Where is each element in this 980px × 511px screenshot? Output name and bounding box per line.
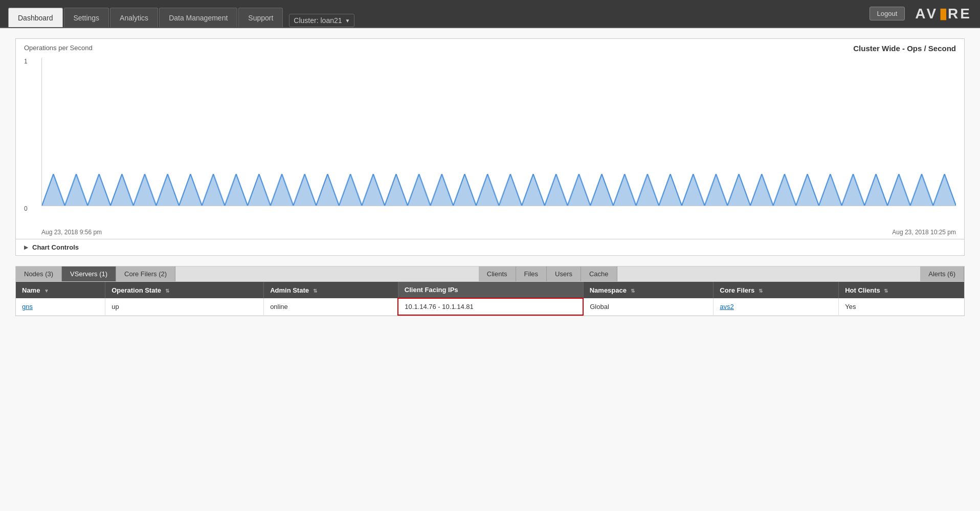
sort-icon-name[interactable]: ▼: [44, 288, 49, 294]
table-header-row: Name ▼ Operation State ⇅ Admin State ⇅ C…: [16, 282, 964, 298]
col-header-core-filers[interactable]: Core Filers ⇅: [714, 282, 839, 298]
tab-clients[interactable]: Clients: [479, 266, 516, 281]
sort-icon-hotclients[interactable]: ⇅: [884, 288, 888, 294]
tab-analytics[interactable]: Analytics: [110, 8, 158, 27]
cluster-selector[interactable]: Cluster: loan21 ▼: [289, 14, 354, 27]
tabs-section: Nodes (3) VServers (1) Core Filers (2) C…: [15, 266, 965, 316]
chart-title: Operations per Second: [24, 44, 93, 52]
tab-vservers[interactable]: VServers (1): [62, 266, 116, 281]
cell-admin-state: online: [264, 298, 398, 315]
sort-icon-corefilers[interactable]: ⇅: [759, 288, 763, 294]
logout-button[interactable]: Logout: [870, 7, 905, 20]
cell-namespace: Global: [583, 298, 714, 315]
y-axis-min: 0: [24, 205, 28, 212]
namespace-value: Global: [590, 303, 609, 310]
chart-controls-label: Chart Controls: [32, 243, 79, 251]
cell-name: gns: [16, 298, 105, 315]
chart-header: Operations per Second Cluster Wide - Ops…: [16, 39, 964, 53]
chart-svg: [42, 58, 956, 206]
col-header-admin-state[interactable]: Admin State ⇅: [264, 282, 398, 298]
chart-time-end: Aug 23, 2018 10:25 pm: [892, 229, 956, 236]
tab-data-management[interactable]: Data Management: [159, 8, 237, 27]
header-right: Logout AV ▮ RE: [870, 5, 972, 22]
chart-area: 1 0: [16, 53, 964, 227]
chevron-down-icon: ▼: [345, 18, 350, 24]
core-filers-link[interactable]: avs2: [720, 303, 733, 310]
tab-dashboard[interactable]: Dashboard: [8, 8, 63, 27]
tab-files[interactable]: Files: [516, 266, 547, 281]
chart-controls-toggle[interactable]: ▶ Chart Controls: [16, 239, 964, 255]
logo: AV ▮ RE: [915, 5, 972, 22]
cell-hot-clients: Yes: [839, 298, 964, 315]
col-header-hot-clients[interactable]: Hot Clients ⇅: [839, 282, 964, 298]
tab-nodes[interactable]: Nodes (3): [16, 266, 62, 281]
cell-operation-state: up: [105, 298, 264, 315]
cell-core-filers: avs2: [714, 298, 839, 315]
logo-text-re: RE: [948, 6, 972, 22]
chart-footer: Aug 23, 2018 9:56 pm Aug 23, 2018 10:25 …: [16, 227, 964, 239]
operation-state-value: up: [112, 303, 119, 310]
nav-tabs: Dashboard Settings Analytics Data Manage…: [8, 0, 354, 27]
tab-core-filers[interactable]: Core Filers (2): [116, 266, 175, 281]
triangle-icon: ▶: [24, 245, 28, 250]
sort-icon-opstate[interactable]: ⇅: [165, 288, 169, 294]
chart-inner: [41, 58, 956, 206]
sort-icon-adminstate[interactable]: ⇅: [313, 288, 317, 294]
main-content: Operations per Second Cluster Wide - Ops…: [0, 28, 980, 511]
header: Dashboard Settings Analytics Data Manage…: [0, 0, 980, 28]
tab-support[interactable]: Support: [238, 8, 283, 27]
chart-wide-title: Cluster Wide - Ops / Second: [853, 44, 956, 53]
tab-cache[interactable]: Cache: [581, 266, 617, 281]
data-tabs-row: Nodes (3) VServers (1) Core Filers (2) C…: [16, 266, 964, 282]
tab-settings[interactable]: Settings: [64, 8, 109, 27]
logo-text-av: AV: [915, 6, 938, 22]
chart-time-start: Aug 23, 2018 9:56 pm: [41, 229, 102, 236]
logo-bar-icon: ▮: [939, 5, 947, 22]
y-axis-max: 1: [24, 58, 28, 65]
col-header-namespace[interactable]: Namespace ⇅: [583, 282, 714, 298]
tab-users[interactable]: Users: [547, 266, 581, 281]
hot-clients-value: Yes: [845, 303, 856, 310]
vserver-name-link[interactable]: gns: [22, 303, 33, 310]
vservers-table: Name ▼ Operation State ⇅ Admin State ⇅ C…: [16, 282, 964, 316]
svg-rect-0: [42, 58, 956, 206]
client-facing-ips-value: 10.1.14.76 - 10.1.14.81: [405, 303, 473, 310]
table-row: gns up online 10.1.14.76 - 10.1.14.81 Gl…: [16, 298, 964, 315]
admin-state-value: online: [270, 303, 288, 310]
col-header-client-facing-ips[interactable]: Client Facing IPs: [398, 282, 583, 298]
sort-icon-namespace[interactable]: ⇅: [631, 288, 635, 294]
col-header-name[interactable]: Name ▼: [16, 282, 105, 298]
col-header-operation-state[interactable]: Operation State ⇅: [105, 282, 264, 298]
cell-client-facing-ips: 10.1.14.76 - 10.1.14.81: [398, 298, 583, 315]
tab-alerts[interactable]: Alerts (6): [920, 266, 964, 281]
chart-section: Operations per Second Cluster Wide - Ops…: [15, 38, 965, 256]
